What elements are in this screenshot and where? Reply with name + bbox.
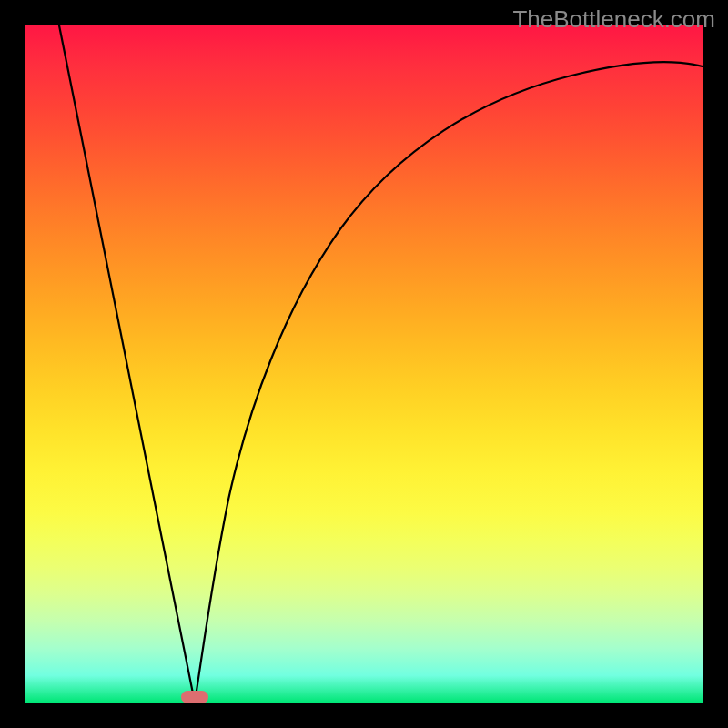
- watermark-label: TheBottleneck.com: [512, 5, 715, 34]
- optimal-marker: [181, 691, 208, 703]
- curve-left-branch: [59, 25, 195, 703]
- plot-area: [25, 25, 703, 703]
- curve-right-branch: [195, 62, 703, 703]
- bottleneck-curve: [25, 25, 703, 703]
- chart-frame: TheBottleneck.com: [0, 0, 728, 728]
